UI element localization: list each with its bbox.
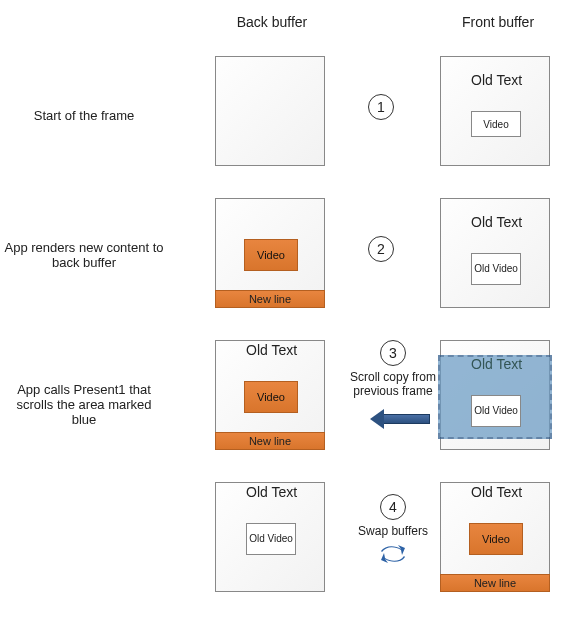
step4-caption: Swap buffers (348, 524, 438, 538)
step-3-num: 3 (389, 345, 397, 361)
old-text-label: Old Text (471, 73, 522, 88)
front-buffer-1: Old Text Video (440, 56, 550, 166)
back-buffer-3: Old Text Video New line (215, 340, 325, 450)
row1-label: Start of the frame (4, 108, 164, 123)
new-line-bar: New line (215, 290, 325, 308)
back-buffer-4: Old Text Old Video (215, 482, 325, 592)
front-buffer-3: Old Text Old Video (440, 340, 550, 450)
swap-buffer-diagram: Back buffer Front buffer Start of the fr… (0, 0, 580, 618)
old-video-box: Old Video (471, 253, 521, 285)
video-box: Video (471, 111, 521, 137)
video-orange-box: Video (469, 523, 523, 555)
step-2-num: 2 (377, 241, 385, 257)
old-text-label: Old Text (471, 357, 522, 372)
back-buffer-header: Back buffer (212, 14, 332, 30)
scroll-copy-arrow-icon (370, 410, 430, 428)
step-3-circle: 3 (380, 340, 406, 366)
front-buffer-header: Front buffer (438, 14, 558, 30)
old-video-box: Old Video (246, 523, 296, 555)
step-2-circle: 2 (368, 236, 394, 262)
step4-area: 4 Swap buffers (348, 494, 438, 567)
step-1-circle: 1 (368, 94, 394, 120)
old-text-label: Old Text (246, 485, 297, 500)
step-4-circle: 4 (380, 494, 406, 520)
row3-label: App calls Present1 that scrolls the area… (4, 382, 164, 427)
step3-area: 3 Scroll copy from previous frame (348, 340, 438, 398)
old-text-label: Old Text (471, 485, 522, 500)
step3-caption: Scroll copy from previous frame (348, 370, 438, 398)
back-buffer-1 (215, 56, 325, 166)
swap-arrows-icon (377, 544, 409, 567)
old-text-label: Old Text (246, 343, 297, 358)
step-1-num: 1 (377, 99, 385, 115)
front-buffer-2: Old Text Old Video (440, 198, 550, 308)
video-orange-box: Video (244, 381, 298, 413)
video-orange-box: Video (244, 239, 298, 271)
back-buffer-2: Video New line (215, 198, 325, 308)
row2-label: App renders new content to back buffer (4, 240, 164, 270)
old-text-label: Old Text (471, 215, 522, 230)
step-4-num: 4 (389, 499, 397, 515)
new-line-bar: New line (440, 574, 550, 592)
old-video-box: Old Video (471, 395, 521, 427)
front-buffer-4: Old Text Video New line (440, 482, 550, 592)
new-line-bar: New line (215, 432, 325, 450)
